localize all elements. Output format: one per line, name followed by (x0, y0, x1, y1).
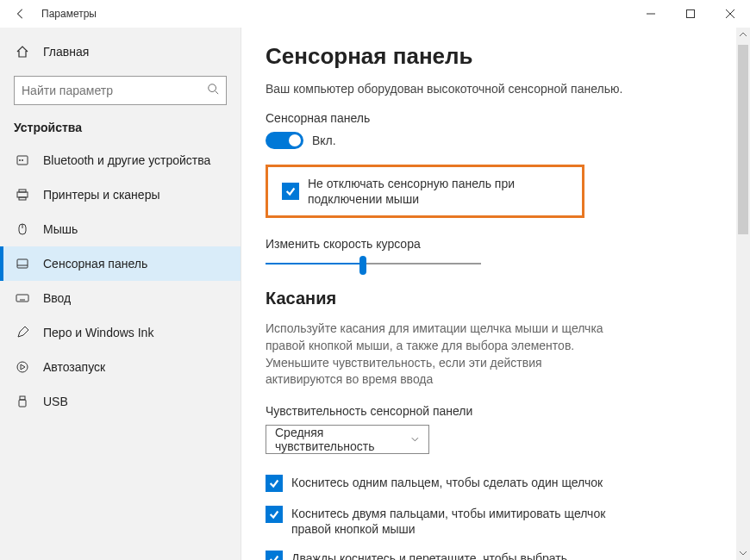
svg-rect-11 (19, 197, 26, 200)
pen-icon (14, 326, 31, 339)
sidebar-item-label: Сенсорная панель (43, 257, 147, 271)
home-label: Главная (43, 45, 89, 59)
touchpad-toggle[interactable] (266, 132, 303, 149)
arrow-left-icon (15, 8, 27, 20)
chevron-down-icon (740, 550, 747, 557)
double-tap-drag-label: Дважды коснитесь и перетащите, чтобы выб… (291, 551, 619, 560)
toggle-state-label: Вкл. (312, 134, 336, 147)
check-icon (268, 477, 280, 489)
minimize-icon (647, 9, 655, 18)
svg-rect-16 (16, 295, 28, 302)
sensitivity-value: Средняя чувствительность (275, 426, 410, 453)
scroll-up-button[interactable] (736, 28, 750, 41)
tap-one-finger-checkbox[interactable] (266, 475, 283, 492)
sidebar-item-bluetooth[interactable]: Bluetooth и другие устройства (0, 143, 241, 177)
mouse-icon (14, 222, 31, 236)
svg-point-7 (19, 159, 21, 161)
sidebar-item-label: Перо и Windows Ink (43, 326, 153, 339)
svg-rect-9 (17, 192, 28, 197)
sensitivity-label: Чувствительность сенсорной панели (266, 404, 750, 418)
sidebar-item-pen[interactable]: Перо и Windows Ink (0, 315, 241, 350)
sidebar-item-label: Мышь (43, 222, 78, 236)
sidebar-item-mouse[interactable]: Мышь (0, 212, 241, 246)
search-input[interactable] (22, 84, 207, 97)
double-tap-drag-row: Дважды коснитесь и перетащите, чтобы выб… (266, 551, 619, 560)
page-subtitle: Ваш компьютер оборудован высокоточной се… (266, 82, 750, 96)
check-icon (268, 508, 280, 520)
sensitivity-select[interactable]: Средняя чувствительность (266, 425, 429, 454)
touches-heading: Касания (266, 289, 750, 308)
touchpad-toggle-label: Сенсорная панель (266, 111, 750, 125)
touchpad-icon (14, 257, 31, 271)
sidebar-item-label: USB (43, 395, 68, 408)
tap-one-finger-row: Коснитесь одним пальцем, чтобы сделать о… (266, 475, 619, 492)
check-icon (268, 553, 280, 560)
page-title: Сенсорная панель (266, 43, 750, 70)
svg-rect-23 (19, 400, 26, 407)
tap-two-finger-checkbox[interactable] (266, 506, 283, 523)
tap-one-finger-label: Коснитесь одним пальцем, чтобы сделать о… (291, 475, 619, 490)
tap-two-finger-label: Коснитесь двумя пальцами, чтобы имитиров… (291, 506, 619, 537)
slider-fill (266, 263, 363, 264)
close-button[interactable] (710, 0, 750, 28)
double-tap-drag-checkbox[interactable] (266, 551, 283, 560)
scrollbar[interactable] (736, 28, 750, 560)
touches-description: Используйте касания для имитации щелчка … (266, 320, 610, 388)
sidebar-item-touchpad[interactable]: Сенсорная панель (0, 246, 241, 281)
sidebar-item-label: Принтеры и сканеры (43, 188, 159, 202)
minimize-button[interactable] (631, 0, 671, 28)
back-button[interactable] (7, 0, 34, 28)
chevron-down-icon (410, 434, 420, 445)
printer-icon (14, 188, 31, 202)
chevron-up-icon (740, 31, 747, 38)
maximize-icon (686, 9, 695, 18)
cursor-speed-slider[interactable] (266, 263, 481, 264)
sidebar-item-typing[interactable]: Ввод (0, 281, 241, 315)
svg-rect-22 (20, 396, 25, 400)
window-title: Параметры (41, 8, 97, 20)
check-icon (284, 185, 297, 197)
sidebar-section-label: Устройства (0, 114, 241, 143)
svg-point-21 (17, 362, 28, 372)
svg-rect-14 (17, 259, 28, 268)
maximize-button[interactable] (671, 0, 710, 28)
svg-point-4 (209, 84, 216, 92)
search-icon (207, 83, 219, 98)
close-icon (726, 9, 734, 18)
keep-on-with-mouse-checkbox[interactable] (282, 183, 299, 200)
sidebar-item-label: Bluetooth и другие устройства (43, 153, 210, 167)
sidebar-item-label: Автозапуск (43, 360, 105, 374)
svg-rect-1 (687, 10, 695, 18)
svg-line-5 (216, 91, 219, 95)
home-icon (14, 45, 31, 59)
search-input-wrapper[interactable] (14, 76, 227, 105)
sidebar-item-autoplay[interactable]: Автозапуск (0, 350, 241, 384)
keyboard-icon (14, 291, 31, 305)
tap-two-finger-row: Коснитесь двумя пальцами, чтобы имитиров… (266, 506, 619, 537)
highlight-box: Не отключать сенсорную панель при подклю… (266, 165, 584, 218)
svg-point-8 (22, 159, 23, 161)
svg-rect-10 (19, 190, 26, 192)
bluetooth-icon (14, 153, 31, 167)
autoplay-icon (14, 360, 31, 374)
sidebar-item-label: Ввод (43, 291, 71, 305)
keep-on-with-mouse-label: Не отключать сенсорную панель при подклю… (308, 176, 568, 207)
cursor-speed-label: Изменить скорость курсора (266, 237, 750, 251)
scrollbar-thumb[interactable] (738, 45, 748, 234)
scroll-down-button[interactable] (736, 546, 750, 560)
usb-icon (14, 395, 31, 408)
sidebar-item-printers[interactable]: Принтеры и сканеры (0, 177, 241, 212)
home-button[interactable]: Главная (0, 34, 241, 69)
sidebar-item-usb[interactable]: USB (0, 384, 241, 419)
sidebar: Главная Устройства Bluetooth и другие ус… (0, 28, 241, 560)
slider-thumb[interactable] (359, 256, 366, 275)
main-content: Сенсорная панель Ваш компьютер оборудова… (241, 28, 750, 560)
